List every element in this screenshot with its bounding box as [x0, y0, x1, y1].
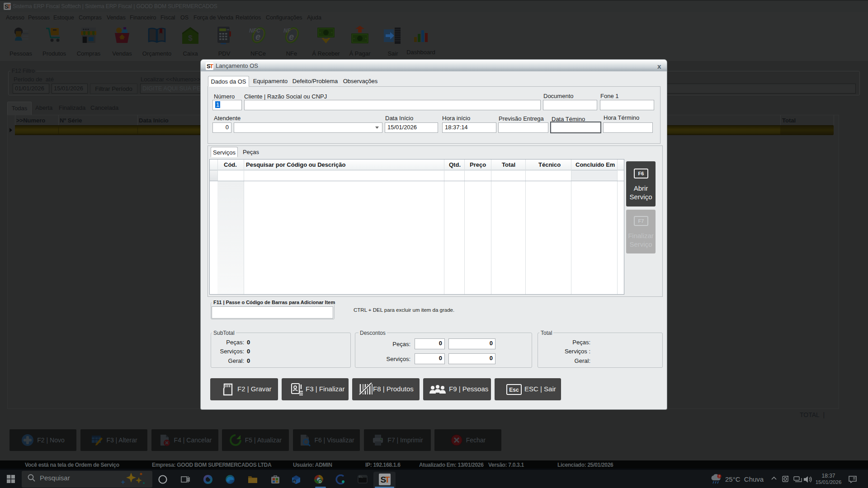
svg-text:e: e — [255, 32, 260, 42]
svg-text:o: o — [293, 479, 296, 483]
svg-text:T: T — [385, 475, 390, 484]
svg-text:$: $ — [188, 34, 193, 42]
svg-text:D: D — [319, 479, 322, 484]
svg-text:7: 7 — [718, 474, 721, 479]
svg-text:C:\_: C:\_ — [359, 476, 363, 478]
svg-text:e: e — [289, 32, 294, 42]
